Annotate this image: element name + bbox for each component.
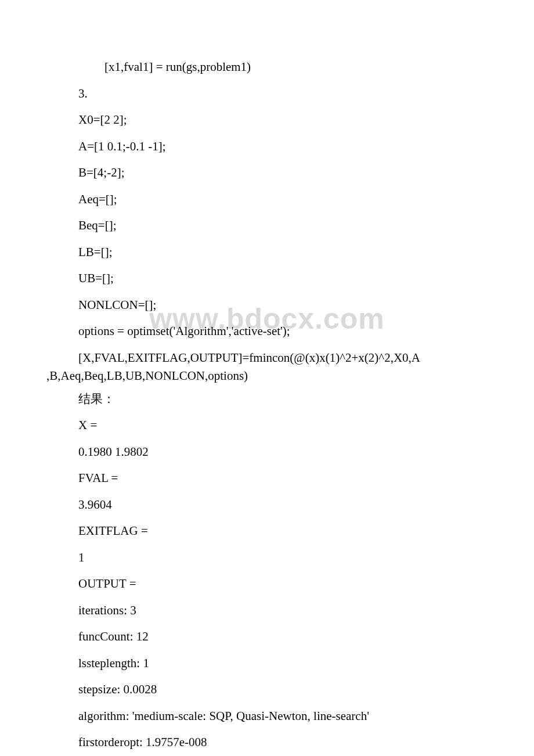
output-line: 0.1980 1.9802 [46,443,488,462]
code-line-wrapped: [X,FVAL,EXITFLAG,OUTPUT]=fmincon(@(x)x(1… [46,349,488,386]
wrap-part-1: [X,FVAL,EXITFLAG,OUTPUT]=fmincon(@(x)x(1… [46,349,488,368]
output-line: X = [46,416,488,435]
text-content: [x1,fval1] = run(gs,problem1) 3. X0=[2 2… [46,58,488,752]
code-line: UB=[]; [46,269,488,288]
output-line: FVAL = [46,469,488,488]
output-line: stepsize: 0.0028 [46,681,488,699]
output-line: EXITFLAG = [46,522,488,541]
result-label: 结果： [46,390,488,409]
document-page: www.bdocx.com [x1,fval1] = run(gs,proble… [0,0,534,756]
output-line: 3.9604 [46,496,488,514]
code-line: B=[4;-2]; [46,164,488,182]
code-line: Beq=[]; [46,217,488,235]
code-line: options = optimset('Algorithm','active-s… [46,322,488,341]
output-line: OUTPUT = [46,575,488,593]
output-line: iterations: 3 [46,602,488,620]
code-line: NONLCON=[]; [46,296,488,315]
output-line: lssteplength: 1 [46,654,488,673]
code-line: A=[1 0.1;-0.1 -1]; [46,138,488,156]
code-line: Aeq=[]; [46,190,488,209]
output-line: firstorderopt: 1.9757e-008 [46,733,488,752]
code-line: X0=[2 2]; [46,111,488,129]
code-line: 3. [46,85,488,103]
output-line: funcCount: 12 [46,628,488,646]
code-line: [x1,fval1] = run(gs,problem1) [46,58,488,77]
output-line: algorithm: 'medium-scale: SQP, Quasi-New… [46,707,488,726]
output-line: 1 [46,549,488,567]
wrap-part-2: ,B,Aeq,Beq,LB,UB,NONLCON,options) [46,367,488,386]
code-line: LB=[]; [46,243,488,262]
